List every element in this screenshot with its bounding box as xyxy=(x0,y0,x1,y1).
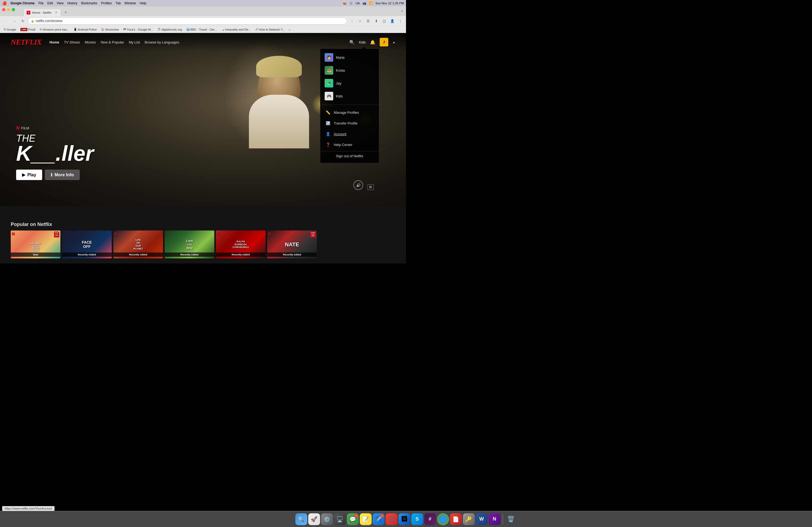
forward-button[interactable]: → xyxy=(11,17,18,25)
manage-profiles-label: Manage Profiles xyxy=(334,110,359,115)
menubar-right: 📦 ⚙️ UA 📺 📶 Sun Nov 12 1:25 PM xyxy=(343,1,404,5)
profile-item-marie[interactable]: 🧑 Marie xyxy=(320,51,379,64)
profile-item-kids[interactable]: 🎮 Kids xyxy=(320,90,379,103)
item-life-netflix-n: N xyxy=(114,231,117,236)
macos-menubar: 🍎 Google Chrome File Edit View History B… xyxy=(0,0,406,6)
browser-tab[interactable]: N Home - Netflix ✕ xyxy=(24,9,61,16)
menu-file[interactable]: File xyxy=(39,1,44,5)
bookmark-android-police[interactable]: 📱 Android Police xyxy=(72,27,98,32)
item-love-badge: Recently Added xyxy=(164,253,214,257)
profile-item-krista[interactable]: 🦊 Krista xyxy=(320,64,379,77)
bookmark-bbc[interactable]: 🌍 BBC - Travel - Ger... xyxy=(185,27,219,32)
menu-tab[interactable]: Tab xyxy=(115,1,120,5)
transfer-profile-icon: ↗️ xyxy=(325,120,331,126)
transfer-profile-item[interactable]: ↗️ Transfer Profile xyxy=(320,118,379,129)
sign-out-item[interactable]: Sign out of Netflix xyxy=(320,151,379,161)
help-center-icon: ❓ xyxy=(325,141,331,148)
nav-home[interactable]: Home xyxy=(49,40,59,44)
bookmark-google[interactable]: G Google xyxy=(2,27,18,32)
download-icon[interactable]: ⬇ xyxy=(373,17,380,25)
profile-caret-icon[interactable]: ▲ xyxy=(393,41,395,44)
sidebar-icon[interactable]: ◫ xyxy=(381,17,388,25)
bookmark-shoreview[interactable]: 🏠 Shoreview xyxy=(99,27,120,32)
account-label: Account xyxy=(334,132,346,136)
nav-movies[interactable]: Movies xyxy=(85,40,96,44)
tab-close-button[interactable]: ✕ xyxy=(54,11,58,15)
more-info-button[interactable]: ℹ More Info xyxy=(45,169,80,180)
profile-name-kids: Kids xyxy=(336,94,343,98)
help-center-item[interactable]: ❓ Help Center xyxy=(320,139,379,150)
address-bar[interactable]: 🔒 netflix.com/browse xyxy=(28,17,347,25)
bookmark-icon[interactable]: ☆ xyxy=(357,17,364,25)
netflix-content-rows: Popular on Netflix N TOP 10 THE GREATBri… xyxy=(0,216,406,264)
bookmark-proof[interactable]: CMS Proof xyxy=(19,27,37,32)
profile-avatar[interactable]: J xyxy=(380,38,388,46)
list-item[interactable]: N LIFEONOURPLANET Recently Added xyxy=(113,230,163,258)
bookmark-digitalmusic[interactable]: 🎵 digitalmusic.org xyxy=(156,27,184,32)
app-name[interactable]: Google Chrome xyxy=(11,1,35,5)
menu-help[interactable]: Help xyxy=(140,1,146,5)
window-maximize[interactable] xyxy=(12,8,15,11)
bookmarks-more[interactable]: » xyxy=(288,27,291,32)
bookmark-yucas[interactable]: 🗺 Yuca's - Google M... xyxy=(122,27,155,32)
menu-history[interactable]: History xyxy=(68,1,77,5)
back-button[interactable]: ← xyxy=(2,17,9,25)
list-item[interactable]: Lovein theWild Recently Added xyxy=(164,230,214,258)
item-ralph-title: RALPHBARBOSACOWABUNGA xyxy=(233,240,249,249)
dropbox-icon: 📦 xyxy=(343,1,346,5)
list-item[interactable]: N TOP 10 NATE Recently Added xyxy=(267,230,317,258)
nav-browse-languages[interactable]: Browse by Languages xyxy=(145,40,179,44)
bookmark-network[interactable]: 🔗 How to Network Y... xyxy=(253,27,287,32)
menu-profiles[interactable]: Profiles xyxy=(101,1,112,5)
menu-window[interactable]: Window xyxy=(125,1,136,5)
window-minimize[interactable] xyxy=(7,8,10,11)
account-item[interactable]: 👤 Account xyxy=(320,129,379,139)
profile-name-krista: Krista xyxy=(336,69,345,73)
chrome-menu-icon[interactable]: ⋮ xyxy=(397,17,404,25)
hero-character xyxy=(242,47,317,160)
menu-edit[interactable]: Edit xyxy=(47,1,53,5)
item-faceoff-title: FACEOFF xyxy=(82,240,92,249)
more-info-label: More Info xyxy=(55,172,74,177)
play-label: Play xyxy=(27,172,36,177)
bookmark-amazon[interactable]: 🏷 Amazon price trac... xyxy=(38,27,71,32)
apple-menu[interactable]: 🍎 xyxy=(2,1,7,5)
list-item[interactable]: N RALPHBARBOSACOWABUNGA Recently Added xyxy=(216,230,265,258)
reading-list-icon[interactable]: ☰ xyxy=(365,17,372,25)
info-icon: ℹ xyxy=(51,172,52,177)
menubar-left: 🍎 Google Chrome File Edit View History B… xyxy=(2,1,146,5)
new-tab-button[interactable]: + xyxy=(62,9,70,16)
volume-button[interactable]: 🔊 xyxy=(353,180,363,190)
bookmark-shoreview-label: Shoreview xyxy=(105,28,119,31)
security-lock-icon: 🔒 xyxy=(31,19,34,22)
menu-view[interactable]: View xyxy=(57,1,64,5)
browser-chrome: N Home - Netflix ✕ + ⌄ ← → ↻ 🔒 netflix.c… xyxy=(0,6,406,33)
profile-item-jay[interactable]: 🐢 Jay xyxy=(320,77,379,90)
profile-menu-icon[interactable]: 👤 xyxy=(389,17,396,25)
hero-title-killer: K__.ller xyxy=(16,141,94,165)
shoreview-bookmark-icon: 🏠 xyxy=(101,28,104,31)
reload-button[interactable]: ↻ xyxy=(19,17,26,25)
profile-name-jay: Jay xyxy=(336,81,341,85)
manage-profiles-item[interactable]: ✏️ Manage Profiles xyxy=(320,107,379,118)
top10-badge-1: TOP 10 xyxy=(54,231,59,238)
window-close[interactable] xyxy=(2,8,5,11)
manage-profiles-icon: ✏️ xyxy=(325,109,331,116)
search-icon[interactable]: 🔍 xyxy=(349,40,355,45)
play-button[interactable]: ▶ Play xyxy=(16,169,42,180)
share-icon[interactable]: ↑ xyxy=(349,17,356,25)
nav-tv-shows[interactable]: TV Shows xyxy=(64,40,80,44)
bookmark-inequality[interactable]: 📊 Inequality and De... xyxy=(220,27,252,32)
list-item[interactable]: N TOP 10 THE GREATBritishBAKINGSHOW Now xyxy=(11,230,60,258)
help-center-label: Help Center xyxy=(334,143,352,147)
nav-my-list[interactable]: My List xyxy=(129,40,140,44)
bookmark-inequality-label: Inequality and De... xyxy=(225,28,251,31)
notification-icon[interactable]: 🔔 xyxy=(370,40,375,45)
menu-bookmarks[interactable]: Bookmarks xyxy=(81,1,97,5)
expand-icon[interactable]: ⌄ xyxy=(400,7,404,13)
user-icon: UA xyxy=(356,2,360,5)
list-item[interactable]: FACEOFF Recently Added xyxy=(62,230,112,258)
nav-new-popular[interactable]: New & Popular xyxy=(101,40,124,44)
item-faceoff-badge: Recently Added xyxy=(62,253,112,257)
kids-label[interactable]: Kids xyxy=(359,40,366,44)
